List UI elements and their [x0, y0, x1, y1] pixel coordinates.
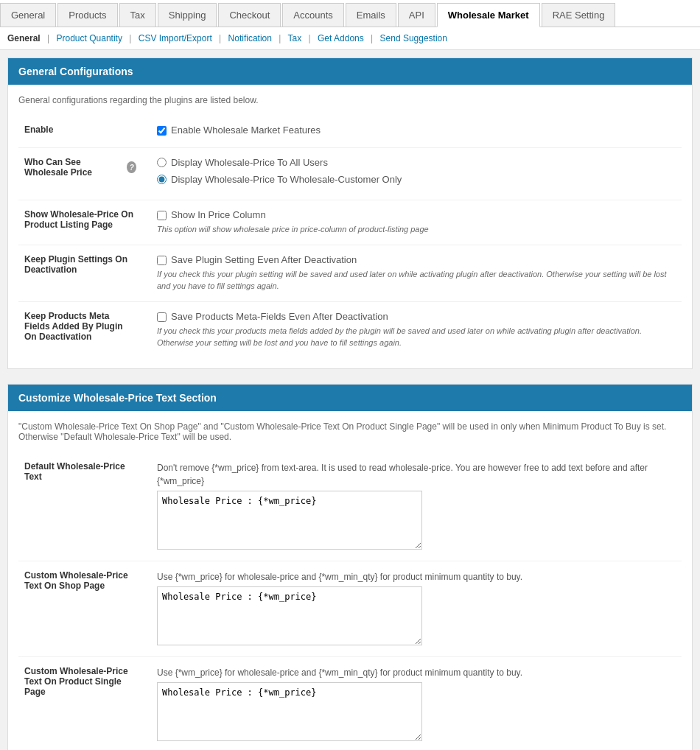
radio-all-users[interactable]	[157, 158, 167, 167]
subnav-general[interactable]: General	[7, 33, 41, 43]
subnav-send-suggestion[interactable]: Send Suggestion	[380, 33, 447, 43]
who-can-see-help-icon[interactable]: ?	[127, 161, 136, 173]
who-can-see-label-cell: Who Can See Wholesale Price ?	[18, 148, 151, 200]
enable-label: Enable	[18, 116, 151, 148]
show-price-checkbox-row: Show In Price Column	[157, 209, 676, 220]
keep-plugin-cell: Save Plugin Setting Even After Deactivat…	[151, 245, 682, 301]
show-price-cell: Show In Price Column This option will sh…	[151, 200, 682, 245]
enable-checkbox-label[interactable]: Enable Wholesale Market Features	[171, 125, 321, 136]
enable-cell: Enable Wholesale Market Features	[151, 116, 682, 148]
general-settings-table: Enable Enable Wholesale Market Features	[18, 116, 682, 358]
tab-products[interactable]: Products	[57, 3, 117, 27]
radio-all-users-label[interactable]: Display Wholesale-Price To All Users	[171, 157, 328, 168]
radio-wholesale-only[interactable]	[157, 175, 167, 184]
radio-wholesale-row: Display Wholesale-Price To Wholesale-Cus…	[157, 174, 676, 185]
custom-single-hint: Use {*wm_price} for wholesale-price and …	[157, 666, 676, 679]
tab-checkout[interactable]: Checkout	[218, 3, 281, 27]
who-can-see-label-wrapper: Who Can See Wholesale Price ?	[24, 157, 136, 178]
custom-shop-label: Custom Wholesale-Price Text On Shop Page	[18, 561, 151, 656]
keep-meta-label: Keep Products Meta Fields Added By Plugi…	[18, 301, 151, 358]
show-price-hint: This option will show wholesale price in…	[157, 223, 676, 236]
sub-navigation: General | Product Quantity | CSV Import/…	[0, 27, 700, 50]
keep-meta-hint: If you check this your products meta fie…	[157, 325, 676, 349]
keep-meta-checkbox-row: Save Products Meta-Fields Even After Dea…	[157, 311, 676, 322]
keep-meta-row: Keep Products Meta Fields Added By Plugi…	[18, 301, 682, 358]
radio-wholesale-label[interactable]: Display Wholesale-Price To Wholesale-Cus…	[171, 174, 402, 185]
default-text-hint: Don't remove {*wm_price} from text-area.…	[157, 461, 676, 488]
custom-single-textarea[interactable]	[157, 682, 422, 741]
default-text-textarea[interactable]	[157, 491, 422, 550]
show-price-checkbox[interactable]	[157, 211, 167, 220]
tab-rae-setting[interactable]: RAE Setting	[542, 3, 616, 27]
custom-single-label: Custom Wholesale-Price Text On Product S…	[18, 656, 151, 750]
general-config-header: General Configurations	[8, 58, 692, 85]
keep-meta-checkbox[interactable]	[157, 312, 167, 322]
tab-tax[interactable]: Tax	[119, 3, 156, 27]
keep-plugin-label: Keep Plugin Settings On Deactivation	[18, 245, 151, 301]
subnav-get-addons[interactable]: Get Addons	[318, 33, 364, 43]
separator-6: |	[371, 33, 373, 43]
customize-intro: "Custom Wholesale-Price Text On Shop Pag…	[18, 421, 682, 442]
radio-all-users-row: Display Wholesale-Price To All Users	[157, 157, 676, 168]
keep-plugin-row: Keep Plugin Settings On Deactivation Sav…	[18, 245, 682, 301]
customize-title: Customize Wholesale-Price Text Section	[18, 392, 217, 404]
show-price-checkbox-label[interactable]: Show In Price Column	[171, 209, 266, 220]
tab-shipping[interactable]: Shipping	[158, 3, 217, 27]
tab-accounts[interactable]: Accounts	[282, 3, 343, 27]
default-text-cell: Don't remove {*wm_price} from text-area.…	[151, 452, 682, 561]
separator-4: |	[279, 33, 281, 43]
enable-checkbox-row: Enable Wholesale Market Features	[157, 125, 676, 136]
keep-plugin-hint: If you check this your plugin setting wi…	[157, 268, 676, 292]
show-price-label: Show Wholesale-Price On Product Listing …	[18, 200, 151, 245]
who-can-see-row: Who Can See Wholesale Price ? Display Wh…	[18, 148, 682, 200]
custom-single-row: Custom Wholesale-Price Text On Product S…	[18, 656, 682, 750]
enable-row: Enable Enable Wholesale Market Features	[18, 116, 682, 148]
keep-meta-checkbox-label[interactable]: Save Products Meta-Fields Even After Dea…	[171, 311, 388, 322]
keep-plugin-checkbox[interactable]	[157, 256, 167, 265]
keep-plugin-checkbox-row: Save Plugin Setting Even After Deactivat…	[157, 254, 676, 265]
keep-plugin-checkbox-label[interactable]: Save Plugin Setting Even After Deactivat…	[171, 254, 357, 265]
customize-header: Customize Wholesale-Price Text Section	[8, 385, 692, 411]
tab-wholesale-market[interactable]: Wholesale Market	[437, 3, 540, 27]
customize-body: "Custom Wholesale-Price Text On Shop Pag…	[8, 411, 692, 751]
tab-api[interactable]: API	[398, 3, 435, 27]
separator-5: |	[309, 33, 311, 43]
subnav-notification[interactable]: Notification	[228, 33, 272, 43]
general-config-desc: General configurations regarding the plu…	[18, 95, 682, 105]
custom-shop-hint: Use {*wm_price} for wholesale-price and …	[157, 570, 676, 583]
default-text-row: Default Wholesale-Price Text Don't remov…	[18, 452, 682, 561]
subnav-product-quantity[interactable]: Product Quantity	[57, 33, 122, 43]
keep-meta-cell: Save Products Meta-Fields Even After Dea…	[151, 301, 682, 358]
custom-shop-cell: Use {*wm_price} for wholesale-price and …	[151, 561, 682, 656]
page-content: General Configurations General configura…	[0, 50, 700, 750]
who-can-see-label: Who Can See Wholesale Price	[24, 157, 124, 178]
custom-single-cell: Use {*wm_price} for wholesale-price and …	[151, 656, 682, 750]
general-config-body: General configurations regarding the plu…	[8, 85, 692, 368]
general-config-section: General Configurations General configura…	[7, 57, 693, 369]
customize-section: Customize Wholesale-Price Text Section "…	[7, 384, 693, 751]
separator-2: |	[129, 33, 131, 43]
general-config-title: General Configurations	[18, 66, 133, 77]
custom-shop-textarea[interactable]	[157, 586, 422, 645]
main-tabs-container: General Products Tax Shipping Checkout A…	[0, 0, 700, 27]
custom-shop-row: Custom Wholesale-Price Text On Shop Page…	[18, 561, 682, 656]
show-price-row: Show Wholesale-Price On Product Listing …	[18, 200, 682, 245]
subnav-csv[interactable]: CSV Import/Export	[139, 33, 212, 43]
default-text-label: Default Wholesale-Price Text	[18, 452, 151, 561]
subnav-tax[interactable]: Tax	[288, 33, 302, 43]
enable-checkbox[interactable]	[157, 126, 167, 136]
separator-1: |	[47, 33, 49, 43]
separator-3: |	[219, 33, 221, 43]
customize-settings-table: Default Wholesale-Price Text Don't remov…	[18, 452, 682, 751]
tab-emails[interactable]: Emails	[346, 3, 396, 27]
tab-general[interactable]: General	[0, 3, 56, 27]
who-can-see-cell: Display Wholesale-Price To All Users Dis…	[151, 148, 682, 200]
